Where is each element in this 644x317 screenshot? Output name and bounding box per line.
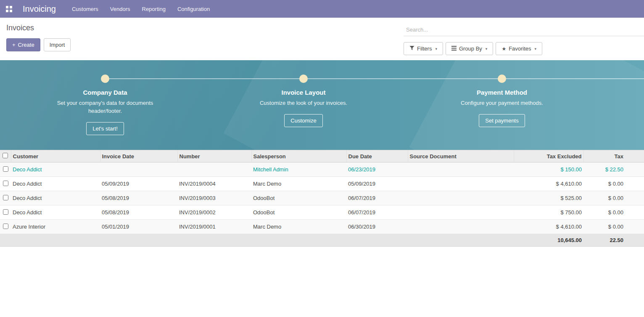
menu-vendors[interactable]: Vendors	[105, 1, 135, 17]
menu-customers[interactable]: Customers	[67, 1, 103, 17]
cell-due-date: 06/07/2019	[346, 191, 408, 205]
menu-reporting[interactable]: Reporting	[137, 1, 171, 17]
row-checkbox[interactable]	[3, 209, 8, 215]
cell-tax: $ 0.00	[583, 205, 644, 220]
cell-invoice-date: 05/01/2019	[100, 220, 177, 234]
cell-source-document	[408, 220, 514, 234]
cell-customer: Azure Interior	[11, 220, 100, 234]
main-menu: Customers Vendors Reporting Configuratio…	[67, 1, 215, 17]
cell-number: INV/2019/0003	[177, 191, 251, 205]
table-row[interactable]: Deco Addict 05/08/2019 INV/2019/0003 Odo…	[0, 191, 644, 205]
row-checkbox[interactable]	[3, 224, 8, 229]
step-dot	[498, 75, 506, 83]
column-header-tax[interactable]: Tax	[583, 150, 644, 162]
chevron-down-icon: ▾	[435, 47, 437, 51]
column-header-customer[interactable]: Customer	[11, 150, 100, 162]
step-description: Customize the look of your invoices.	[253, 99, 354, 107]
cell-salesperson: Marc Demo	[251, 220, 346, 234]
cell-tax: $ 0.00	[583, 220, 644, 234]
control-panel: Invoices + Create Import Filters ▾	[0, 18, 644, 59]
column-header-tax-excluded[interactable]: Tax Excluded	[514, 150, 583, 162]
cell-tax-excluded: $ 525.00	[514, 191, 583, 205]
import-button[interactable]: Import	[44, 38, 71, 51]
cell-invoice-date: 05/09/2019	[100, 177, 177, 191]
cell-tax-excluded: $ 4,610.00	[514, 177, 583, 191]
row-checkbox[interactable]	[3, 181, 8, 186]
step-title: Invoice Layout	[204, 89, 403, 96]
cell-tax: $ 0.00	[583, 191, 644, 205]
table-row[interactable]: Deco Addict 05/09/2019 INV/2019/0004 Mar…	[0, 177, 644, 191]
step-dot	[101, 75, 109, 83]
cell-due-date: 05/09/2019	[346, 177, 408, 191]
table-totals-row: 10,645.00 22.50	[0, 234, 644, 247]
search-input[interactable]	[404, 24, 644, 36]
chevron-down-icon: ▾	[486, 47, 488, 51]
column-header-salesperson[interactable]: Salesperson	[251, 150, 346, 162]
cell-due-date: 06/07/2019	[346, 205, 408, 220]
group-by-button[interactable]: Group By ▾	[446, 42, 493, 55]
favorites-button[interactable]: ★ Favorites ▾	[496, 42, 542, 55]
row-checkbox[interactable]	[3, 166, 8, 172]
onboarding-step-payment-method: Payment Method Configure your payment me…	[403, 60, 601, 135]
table-row[interactable]: Deco Addict Mitchell Admin 06/23/2019 $ …	[0, 162, 644, 177]
cell-due-date: 06/23/2019	[346, 162, 408, 177]
select-all-checkbox[interactable]	[3, 153, 8, 158]
menu-configuration[interactable]: Configuration	[172, 1, 215, 17]
table-header-row: Customer Invoice Date Number Salesperson…	[0, 150, 644, 162]
cell-number: INV/2019/0004	[177, 177, 251, 191]
cell-source-document	[408, 191, 514, 205]
apps-grid-icon[interactable]	[6, 3, 18, 15]
top-navbar: Invoicing Customers Vendors Reporting Co…	[0, 0, 644, 18]
cell-customer: Deco Addict	[11, 177, 100, 191]
cell-number: INV/2019/0001	[177, 220, 251, 234]
invoice-table: Customer Invoice Date Number Salesperson…	[0, 150, 644, 247]
app-title[interactable]: Invoicing	[23, 4, 56, 14]
total-tax: 22.50	[583, 234, 644, 247]
cell-tax-excluded: $ 750.00	[514, 205, 583, 220]
onboarding-step-invoice-layout: Invoice Layout Customize the look of you…	[204, 60, 403, 135]
customize-button[interactable]: Customize	[284, 114, 322, 127]
cell-tax: $ 0.00	[583, 177, 644, 191]
cell-number: INV/2019/0002	[177, 205, 251, 220]
cell-number	[177, 162, 251, 177]
set-payments-button[interactable]: Set payments	[479, 114, 525, 127]
group-by-list-icon	[451, 45, 457, 52]
cell-source-document	[408, 162, 514, 177]
cell-tax: $ 22.50	[583, 162, 644, 177]
cell-customer: Deco Addict	[11, 191, 100, 205]
column-header-due-date[interactable]: Due Date	[346, 150, 408, 162]
column-header-number[interactable]: Number	[177, 150, 251, 162]
total-tax-excluded: 10,645.00	[514, 234, 583, 247]
create-button[interactable]: + Create	[6, 38, 40, 51]
cell-customer: Deco Addict	[11, 205, 100, 220]
cell-tax-excluded: $ 4,610.00	[514, 220, 583, 234]
step-description: Configure your payment methods.	[452, 99, 552, 107]
cell-invoice-date: 05/08/2019	[100, 205, 177, 220]
lets-start-button[interactable]: Let's start!	[86, 122, 124, 135]
onboarding-banner: Company Data Set your company's data for…	[0, 60, 644, 150]
cell-invoice-date	[100, 162, 177, 177]
cell-salesperson: OdooBot	[251, 205, 346, 220]
filter-funnel-icon	[409, 45, 414, 52]
step-dot	[299, 75, 308, 83]
cell-salesperson: OdooBot	[251, 191, 346, 205]
column-header-invoice-date[interactable]: Invoice Date	[100, 150, 177, 162]
onboarding-step-company-data: Company Data Set your company's data for…	[6, 60, 204, 135]
step-title: Payment Method	[403, 89, 601, 96]
table-row[interactable]: Azure Interior 05/01/2019 INV/2019/0001 …	[0, 220, 644, 234]
cell-tax-excluded: $ 150.00	[514, 162, 583, 177]
cell-customer: Deco Addict	[11, 162, 100, 177]
plus-icon: +	[12, 42, 16, 48]
cell-salesperson: Marc Demo	[251, 177, 346, 191]
star-icon: ★	[501, 46, 506, 52]
table-row[interactable]: Deco Addict 05/08/2019 INV/2019/0002 Odo…	[0, 205, 644, 220]
filters-button[interactable]: Filters ▾	[404, 42, 443, 55]
column-header-source-document[interactable]: Source Document	[408, 150, 514, 162]
chevron-down-icon: ▾	[535, 47, 537, 51]
row-checkbox[interactable]	[3, 195, 8, 200]
step-title: Company Data	[6, 89, 204, 96]
breadcrumb: Invoices	[6, 24, 71, 32]
cell-source-document	[408, 177, 514, 191]
cell-invoice-date: 05/08/2019	[100, 191, 177, 205]
step-description: Set your company's data for documents he…	[55, 99, 155, 115]
